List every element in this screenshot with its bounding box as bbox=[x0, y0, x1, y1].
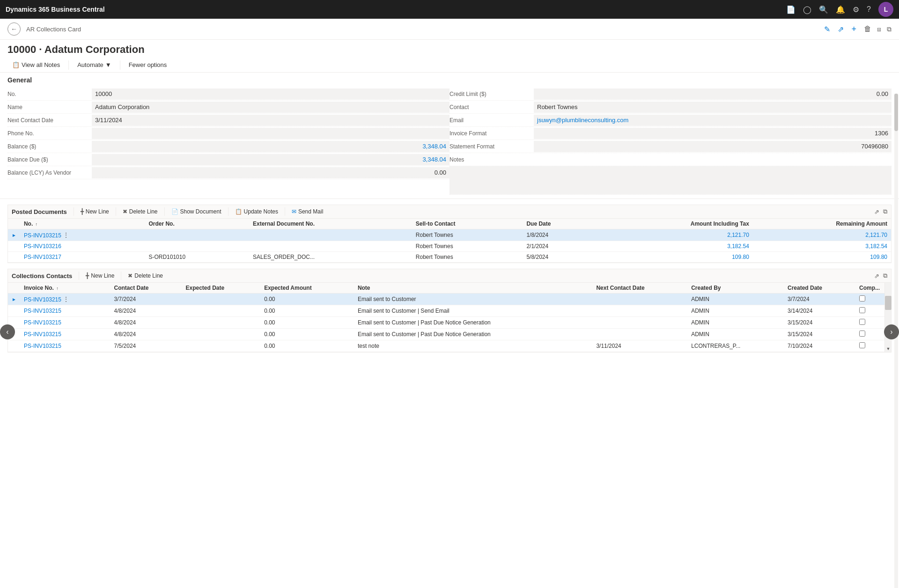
fewer-options-button[interactable]: Fewer options bbox=[124, 59, 172, 70]
avatar[interactable]: L bbox=[878, 2, 893, 17]
scroll-left-button[interactable]: ‹ bbox=[0, 324, 15, 339]
pd-share-icon[interactable]: ⇗ bbox=[874, 208, 879, 215]
td-pd-amount-1: 2,121.70 bbox=[597, 229, 753, 241]
value-next-contact-date[interactable]: 3/11/2024 bbox=[92, 115, 450, 126]
td-pd-no-1[interactable]: PS-INV103215 ⋮ bbox=[20, 229, 145, 241]
scroll-thumb[interactable] bbox=[894, 94, 898, 131]
add-icon[interactable]: + bbox=[851, 24, 856, 34]
value-phone[interactable] bbox=[92, 128, 450, 139]
form-row-next-contact-date: Next Contact Date 3/11/2024 bbox=[7, 114, 450, 127]
posted-documents-table: No. ↑ Order No. External Document No. Se… bbox=[8, 219, 891, 263]
cc-delete-line-button[interactable]: ✖ Delete Line bbox=[124, 271, 167, 280]
pd-show-document-button[interactable]: 📄 Show Document bbox=[168, 207, 225, 216]
cc-td-invoice-4[interactable]: PS-INV103215 bbox=[20, 329, 111, 340]
bell-icon[interactable]: 🔔 bbox=[836, 5, 845, 14]
cc-td-created-by-2: ADMIN bbox=[687, 305, 784, 317]
row-dots-icon[interactable]: ⋮ bbox=[63, 231, 69, 239]
cc-td-comp-3[interactable] bbox=[855, 317, 884, 329]
cc-td-comp-4[interactable] bbox=[855, 329, 884, 340]
cc-th-note[interactable]: Note bbox=[354, 283, 593, 294]
back-button[interactable]: ← bbox=[7, 22, 21, 36]
scroll-right-button[interactable]: › bbox=[884, 324, 899, 339]
cc-td-created-by-5: LCONTRERAS_P... bbox=[687, 340, 784, 352]
pd-new-line-button[interactable]: ╋ New Line bbox=[77, 207, 113, 216]
value-balance[interactable]: 3,348.04 bbox=[92, 141, 450, 152]
notes-textarea[interactable] bbox=[450, 166, 892, 194]
cc-td-invoice-2[interactable]: PS-INV103215 bbox=[20, 305, 111, 317]
cc-th-created-by[interactable]: Created By bbox=[687, 283, 784, 294]
td-pd-no-3[interactable]: PS-INV103217 bbox=[20, 252, 145, 263]
cc-td-expected-amount-3: 0.00 bbox=[260, 317, 354, 329]
value-balance-lcy[interactable]: 0.00 bbox=[92, 167, 450, 178]
question-icon[interactable]: ? bbox=[867, 5, 871, 14]
form-row-balance: Balance ($) 3,348.04 bbox=[7, 140, 450, 153]
td-pd-contact-3: Robert Townes bbox=[412, 252, 523, 263]
cc-scroll-thumb[interactable] bbox=[885, 296, 892, 310]
expand-icon[interactable]: ⧆ bbox=[877, 25, 881, 33]
comp-checkbox-1[interactable] bbox=[859, 295, 865, 301]
pd-update-notes-button[interactable]: 📋 Update Notes bbox=[231, 207, 282, 216]
td-pd-ext-2 bbox=[249, 241, 412, 252]
pd-send-mail-button[interactable]: ✉ Send Mail bbox=[288, 207, 327, 216]
cc-td-invoice-5[interactable]: PS-INV103215 bbox=[20, 340, 111, 352]
pd-delete-line-button[interactable]: ✖ Delete Line bbox=[119, 207, 162, 216]
update-notes-icon: 📋 bbox=[235, 208, 242, 215]
value-statement-format[interactable]: 70496080 bbox=[534, 141, 892, 152]
cc-scrollbar[interactable]: ▼ bbox=[884, 283, 891, 352]
document-icon[interactable]: 📄 bbox=[786, 5, 796, 14]
label-invoice-format: Invoice Format bbox=[450, 128, 534, 139]
scroll-down-arrow-icon[interactable]: ▼ bbox=[885, 345, 892, 352]
help-circle-icon[interactable]: ◯ bbox=[803, 5, 811, 14]
cc-new-line-button[interactable]: ╋ New Line bbox=[82, 271, 118, 280]
comp-checkbox-2[interactable] bbox=[859, 307, 865, 313]
delete-icon[interactable]: 🗑 bbox=[864, 25, 871, 33]
td-pd-remaining-1: 2,121.70 bbox=[753, 229, 891, 241]
cc-expand-icon[interactable]: ⧉ bbox=[883, 272, 887, 279]
comp-checkbox-3[interactable] bbox=[859, 319, 865, 325]
share-icon[interactable]: ⇗ bbox=[838, 25, 844, 34]
cc-th-created-date[interactable]: Created Date bbox=[784, 283, 855, 294]
cc-dots-1[interactable]: ⋮ bbox=[63, 295, 69, 303]
value-credit-limit[interactable]: 0.00 bbox=[534, 88, 892, 100]
value-contact[interactable]: Robert Townes bbox=[534, 102, 892, 113]
cc-share-icon[interactable]: ⇗ bbox=[874, 272, 879, 279]
comp-checkbox-4[interactable] bbox=[859, 331, 865, 337]
cc-td-note-1: Email sent to Customer bbox=[354, 294, 593, 305]
value-no[interactable]: 10000 bbox=[92, 88, 450, 100]
th-pd-due-date[interactable]: Due Date bbox=[523, 219, 597, 229]
cc-td-comp-1[interactable] bbox=[855, 294, 884, 305]
value-name[interactable]: Adatum Corporation bbox=[92, 102, 450, 113]
cc-th-comp[interactable]: Comp... bbox=[855, 283, 884, 294]
cc-th-expected-date[interactable]: Expected Date bbox=[182, 283, 260, 294]
th-pd-ext-doc[interactable]: External Document No. bbox=[249, 219, 412, 229]
td-pd-no-2[interactable]: PS-INV103216 bbox=[20, 241, 145, 252]
comp-checkbox-5[interactable] bbox=[859, 342, 865, 348]
value-balance-due[interactable]: 3,348.04 bbox=[92, 154, 450, 165]
value-email[interactable]: jsuwyn@plumblineconsulting.com bbox=[534, 115, 892, 126]
th-pd-amount[interactable]: Amount Including Tax bbox=[597, 219, 753, 229]
cc-td-comp-5[interactable] bbox=[855, 340, 884, 352]
pd-expand-icon[interactable]: ⧉ bbox=[883, 208, 887, 215]
th-pd-no[interactable]: No. ↑ bbox=[20, 219, 145, 229]
edit-icon[interactable]: ✎ bbox=[824, 25, 830, 34]
gear-icon[interactable]: ⚙ bbox=[853, 5, 859, 14]
cc-th-contact-date[interactable]: Contact Date bbox=[111, 283, 182, 294]
th-pd-contact[interactable]: Sell-to Contact bbox=[412, 219, 523, 229]
th-pd-remaining[interactable]: Remaining Amount bbox=[753, 219, 891, 229]
view-all-notes-button[interactable]: 📋 View all Notes bbox=[7, 59, 65, 70]
cc-td-comp-2[interactable] bbox=[855, 305, 884, 317]
search-icon[interactable]: 🔍 bbox=[819, 5, 828, 14]
fullscreen-icon[interactable]: ⧉ bbox=[887, 25, 892, 33]
cc-td-note-2: Email sent to Customer | Send Email bbox=[354, 305, 593, 317]
collections-contacts-tbody: ► PS-INV103215 ⋮ 3/7/2024 0.00 Email sen… bbox=[8, 294, 891, 352]
cc-td-invoice-1[interactable]: PS-INV103215 ⋮ bbox=[20, 294, 111, 305]
cc-th-next-contact[interactable]: Next Contact Date bbox=[592, 283, 687, 294]
cc-th-expected-amount[interactable]: Expected Amount bbox=[260, 283, 354, 294]
cc-th-invoice-no[interactable]: Invoice No. ↑ bbox=[20, 283, 111, 294]
cc-th-arrow bbox=[8, 283, 20, 294]
cc-td-invoice-3[interactable]: PS-INV103215 bbox=[20, 317, 111, 329]
td-pd-remaining-2: 3,182.54 bbox=[753, 241, 891, 252]
th-pd-order-no[interactable]: Order No. bbox=[145, 219, 249, 229]
value-invoice-format[interactable]: 1306 bbox=[534, 128, 892, 139]
automate-button[interactable]: Automate ▼ bbox=[73, 59, 116, 70]
